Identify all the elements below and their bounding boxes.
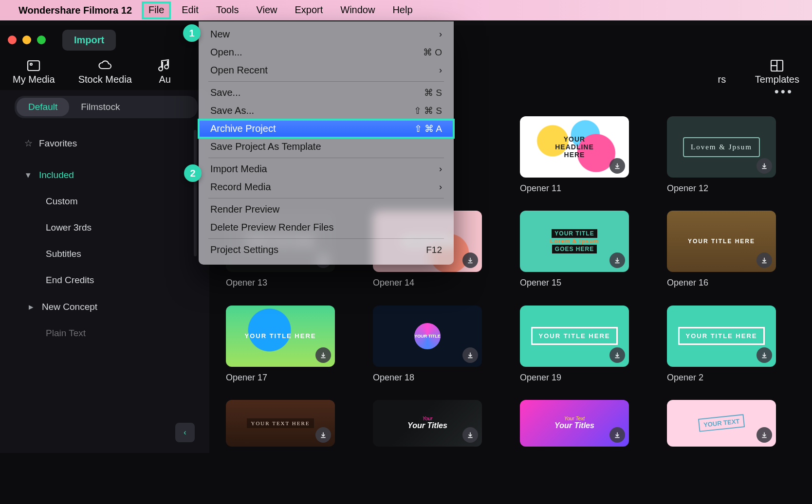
tab-unknown-right[interactable]: rs bbox=[712, 57, 732, 85]
thumb-text: Your Text bbox=[554, 416, 594, 421]
menu-help[interactable]: Help bbox=[387, 2, 418, 18]
sidebar-item-subtitles[interactable]: Subtitles bbox=[15, 241, 198, 267]
gallery-card[interactable]: YOUR TEXT bbox=[667, 400, 776, 453]
file-save[interactable]: Save...⌘ S bbox=[199, 84, 454, 102]
sidebar-item-new-concept[interactable]: ▸New Concept bbox=[15, 293, 198, 320]
more-menu-icon[interactable]: ••• bbox=[775, 84, 794, 99]
download-icon[interactable] bbox=[609, 347, 625, 363]
file-save-as[interactable]: Save As...⇧ ⌘ S bbox=[199, 102, 454, 120]
gallery-card[interactable]: YOUR TITLE Opener 18 bbox=[373, 306, 482, 389]
thumbnail[interactable]: YOUR TEXT bbox=[667, 400, 776, 447]
thumb-text: YOUR TITLE bbox=[414, 323, 441, 349]
sidebar-item-label: Lower 3rds bbox=[46, 222, 92, 233]
svg-point-1 bbox=[30, 63, 32, 65]
download-icon[interactable] bbox=[462, 252, 478, 268]
thumb-text: Lovem & Jpsum bbox=[683, 137, 760, 157]
tab-stock-media[interactable]: Stock Media bbox=[78, 57, 132, 85]
gallery-card[interactable]: YOUR TITLE HERE Opener 17 bbox=[226, 306, 335, 389]
thumbnail[interactable]: YOUR TITLE HERE bbox=[226, 306, 335, 367]
thumb-text: YOUR TEXT bbox=[698, 414, 745, 432]
star-icon: ☆ bbox=[23, 138, 33, 149]
file-render-preview[interactable]: Render Preview bbox=[199, 200, 454, 218]
menu-window[interactable]: Window bbox=[334, 2, 381, 18]
sidebar-item-label: Plain Text bbox=[46, 328, 86, 339]
download-icon[interactable] bbox=[609, 252, 625, 268]
file-save-as-template[interactable]: Save Project As Template bbox=[199, 138, 454, 156]
thumbnail[interactable]: YOUR TITLE bbox=[373, 306, 482, 367]
menu-file[interactable]: File bbox=[143, 2, 170, 18]
sidebar-item-end-credits[interactable]: End Credits bbox=[15, 267, 198, 293]
menu-edit[interactable]: Edit bbox=[176, 2, 204, 18]
import-button[interactable]: Import bbox=[62, 30, 116, 51]
thumbnail[interactable]: YOUR TITLE HERE bbox=[667, 211, 776, 272]
thumbnail[interactable]: Your TextYour Titles bbox=[520, 400, 629, 447]
file-menu-dropdown: New› Open...⌘ O Open Recent› Save...⌘ S … bbox=[199, 21, 454, 265]
gallery-card[interactable]: Lovem & Jpsum Opener 12 bbox=[667, 116, 776, 200]
gallery-card[interactable]: YOUR TITLE Lorem & Ipsum GOES HERE Opene… bbox=[520, 211, 629, 294]
file-archive-project[interactable]: Archive Project⇧ ⌘ A bbox=[199, 120, 454, 138]
download-icon[interactable] bbox=[757, 252, 772, 268]
menu-tools[interactable]: Tools bbox=[210, 2, 245, 18]
thumb-text: YOUR TITLE HERE bbox=[531, 327, 617, 345]
thumb-text: YOUR TITLE HERE bbox=[678, 327, 764, 345]
thumbnail[interactable]: YOUR HEADLINE HERE bbox=[520, 116, 629, 178]
source-chip-row: Default Filmstock bbox=[15, 96, 198, 118]
download-icon[interactable] bbox=[757, 427, 772, 443]
thumbnail[interactable]: YOUR TITLE Lorem & Ipsum GOES HERE bbox=[520, 211, 629, 272]
gallery-card[interactable]: YOUR TEXT HERE bbox=[226, 400, 335, 453]
file-open-recent[interactable]: Open Recent› bbox=[199, 61, 454, 79]
menu-export[interactable]: Export bbox=[289, 2, 329, 18]
chip-filmstock[interactable]: Filmstock bbox=[69, 98, 131, 116]
thumb-label: Opener 17 bbox=[226, 373, 335, 383]
thumbnail[interactable]: Lovem & Jpsum bbox=[667, 116, 776, 178]
thumbnail[interactable]: YourYour Titles bbox=[373, 400, 482, 447]
thumbnail[interactable]: YOUR TITLE HERE bbox=[520, 306, 629, 367]
download-icon[interactable] bbox=[609, 158, 625, 174]
sidebar-item-label: Included bbox=[39, 170, 74, 180]
file-new[interactable]: New› bbox=[199, 25, 454, 43]
download-icon[interactable] bbox=[315, 347, 331, 363]
sidebar-item-custom[interactable]: Custom bbox=[15, 188, 198, 215]
chip-default[interactable]: Default bbox=[17, 98, 69, 116]
gallery-card[interactable]: YourYour Titles bbox=[373, 400, 482, 453]
file-import-media[interactable]: Import Media› bbox=[199, 160, 454, 178]
download-icon[interactable] bbox=[315, 427, 331, 443]
download-icon[interactable] bbox=[757, 158, 772, 174]
thumbnail[interactable]: YOUR TITLE HERE bbox=[667, 306, 776, 367]
thumb-text: YOUR HEADLINE HERE bbox=[555, 135, 594, 159]
menu-view[interactable]: View bbox=[250, 2, 283, 18]
chevron-right-icon: › bbox=[439, 164, 442, 174]
gallery-card[interactable]: Your TextYour Titles bbox=[520, 400, 629, 453]
sidebar-scrollbar[interactable] bbox=[193, 130, 198, 333]
gallery-card[interactable]: YOUR TITLE HERE Opener 2 bbox=[667, 306, 776, 389]
gallery-card[interactable]: YOUR TITLE HERE Opener 19 bbox=[520, 306, 629, 389]
file-delete-preview[interactable]: Delete Preview Render Files bbox=[199, 218, 454, 236]
maximize-icon[interactable] bbox=[37, 36, 46, 44]
gallery-card[interactable]: YOUR HEADLINE HERE Opener 11 bbox=[520, 116, 629, 200]
tab-my-media[interactable]: My Media bbox=[13, 57, 55, 85]
sidebar-item-included[interactable]: ▾ Included bbox=[15, 162, 198, 188]
close-icon[interactable] bbox=[8, 36, 17, 44]
menu-separator bbox=[208, 81, 444, 82]
minimize-icon[interactable] bbox=[22, 36, 31, 44]
file-project-settings[interactable]: Project SettingsF12 bbox=[199, 241, 454, 259]
sidebar-item-plain-text[interactable]: Plain Text bbox=[15, 320, 198, 346]
download-icon[interactable] bbox=[609, 427, 625, 443]
tab-templates[interactable]: Templates bbox=[755, 57, 799, 85]
download-icon[interactable] bbox=[462, 427, 478, 443]
sidebar-item-lower-thirds[interactable]: Lower 3rds bbox=[15, 215, 198, 241]
thumb-text: Lorem & Ipsum bbox=[550, 238, 599, 245]
thumb-text: YOUR TITLE HERE bbox=[688, 238, 755, 245]
file-open[interactable]: Open...⌘ O bbox=[199, 43, 454, 61]
mac-menubar: Wondershare Filmora 12 File Edit Tools V… bbox=[0, 0, 812, 20]
download-icon[interactable] bbox=[757, 347, 772, 363]
thumbnail[interactable]: YOUR TEXT HERE bbox=[226, 400, 335, 447]
tab-audio-partial[interactable]: Au bbox=[155, 57, 175, 85]
download-icon[interactable] bbox=[462, 347, 478, 363]
sidebar-collapse-icon[interactable]: ‹ bbox=[175, 423, 195, 442]
thumb-text: YOUR TEXT HERE bbox=[247, 418, 314, 428]
sidebar-item-favorites[interactable]: ☆ Favorites bbox=[15, 130, 198, 157]
file-record-media[interactable]: Record Media› bbox=[199, 178, 454, 196]
gallery-card[interactable]: YOUR TITLE HERE Opener 16 bbox=[667, 211, 776, 294]
templates-icon bbox=[767, 57, 787, 74]
